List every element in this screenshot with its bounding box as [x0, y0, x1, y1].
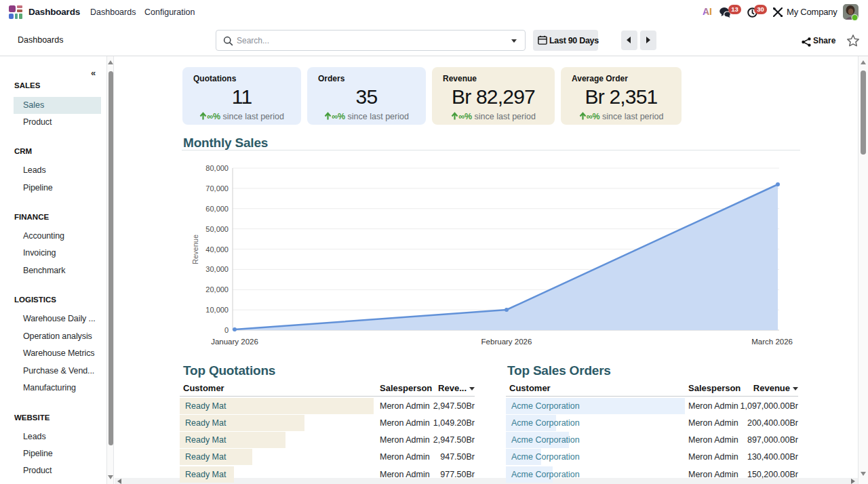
svg-text:20,000: 20,000: [205, 285, 229, 294]
svg-text:0: 0: [224, 326, 229, 334]
svg-text:10,000: 10,000: [205, 306, 229, 314]
svg-text:AI: AI: [703, 7, 712, 16]
svg-text:January 2026: January 2026: [211, 338, 258, 346]
svg-text:80,000: 80,000: [205, 164, 229, 172]
svg-text:30,000: 30,000: [205, 265, 229, 273]
svg-text:40,000: 40,000: [205, 245, 229, 254]
svg-text:60,000: 60,000: [205, 205, 229, 213]
svg-text:March 2026: March 2026: [751, 338, 793, 346]
svg-text:50,000: 50,000: [205, 225, 229, 233]
svg-text:Revenue: Revenue: [191, 235, 199, 264]
svg-text:70,000: 70,000: [205, 184, 229, 193]
svg-text:February 2026: February 2026: [481, 338, 532, 346]
